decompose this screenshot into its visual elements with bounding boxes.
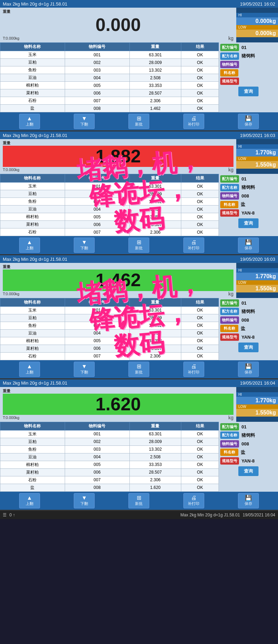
table-cell: 豆粕 [0, 438, 65, 445]
toolbar-btn-4[interactable]: 💾 保存 [238, 114, 259, 129]
query-btn-1[interactable]: 查询 [238, 87, 259, 96]
table-section-2: 物料名称物料编号重量结果 玉米00163.301OK豆粕00228.009OK鱼… [0, 174, 278, 236]
main-table-3: 物料名称物料编号重量结果 玉米00163.301OK豆粕00228.009OK鱼… [0, 298, 219, 360]
spec-label-3: 规格型号 [220, 333, 239, 341]
table-cell: 002 [65, 190, 129, 198]
table-cell: OK [181, 468, 219, 476]
toolbar-btn-4[interactable]: 💾 保存 [238, 238, 259, 253]
table-cell: 2.306 [129, 228, 181, 236]
col-header: 结果 [181, 422, 219, 430]
header-left-2: Max 2kg Min 20g d=1g J1.58.01 [3, 133, 67, 138]
toolbar-btn-label-1: 下翻 [80, 370, 88, 375]
table-row: 石粉0072.306OK [0, 476, 219, 484]
table-cell: 菜籽粕 [0, 221, 65, 228]
low-label-1: LOW [236, 25, 278, 30]
toolbar-btn-label-1: 下翻 [80, 501, 88, 506]
table-row: 豆粕00228.009OK [0, 314, 219, 322]
toolbar-btn-3[interactable]: 🖨 补打印 [183, 114, 204, 129]
query-btn-4[interactable]: 查询 [238, 466, 259, 476]
toolbar-btn-1[interactable]: ▼ 下翻 [74, 493, 95, 508]
toolbar-btn-label-2: 新批 [135, 122, 143, 127]
toolbar-btn-4[interactable]: 💾 保存 [238, 362, 259, 377]
toolbar-btn-4[interactable]: 💾 保存 [238, 493, 259, 508]
header-bar-4: Max 2kg Min 20g d=1g J1.58.01 19/05/2021… [0, 379, 278, 387]
weight-label-3: 重量 [3, 264, 233, 269]
table-cell: 1.462 [129, 105, 181, 112]
tare-1: T:0.000kg [3, 36, 19, 40]
toolbar-btn-label-4: 保存 [245, 370, 252, 375]
toolbar-btn-3[interactable]: 🖨 补打印 [183, 493, 204, 508]
col-header: 物料编号 [65, 298, 129, 306]
toolbar-btn-1[interactable]: ▼ 下翻 [74, 362, 95, 377]
toolbar-btn-2[interactable]: ⊞ 新批 [128, 114, 149, 129]
table-cell: 菜籽粕 [0, 468, 65, 476]
toolbar-btn-3[interactable]: 🖨 补打印 [183, 238, 204, 253]
data-table-3: 物料名称物料编号重量结果 玉米00163.301OK豆粕00228.009OK鱼… [0, 298, 219, 360]
table-cell: 33.353 [129, 82, 181, 89]
table-cell: 豆油 [0, 329, 65, 337]
spec-row-1: 规格型号 [220, 78, 277, 85]
table-cell: OK [181, 206, 219, 213]
toolbar-btn-label-0: 上翻 [26, 370, 33, 375]
material-id-value-3: 008 [240, 317, 251, 323]
table-cell: 003 [65, 445, 129, 453]
right-panel-1: 配方编号 01 配方名称 猪饲料 物料编号 料名称 [219, 42, 278, 112]
header-right-3: 19/05/2020 16:03 [240, 257, 275, 262]
toolbar-btn-2[interactable]: ⊞ 新批 [128, 238, 149, 253]
header-right-1: 19/05/2021 16:02 [240, 1, 275, 7]
toolbar-btn-icon-4: 💾 [245, 364, 252, 369]
toolbar-btn-icon-2: ⊞ [137, 240, 141, 245]
table-cell: OK [181, 461, 219, 468]
table-cell: 菜籽粕 [0, 89, 65, 97]
query-btn-3[interactable]: 查询 [238, 343, 259, 352]
toolbar-btn-3[interactable]: 🖨 补打印 [183, 362, 204, 377]
status-bar: ☰ 0 ↑ Max 2kg Min 20g d=1g J1.58.01 19/0… [0, 511, 278, 519]
status-header-info: Max 2kg Min 20g d=1g J1.58.01 [180, 513, 240, 517]
toolbar-btn-icon-0: ▲ [27, 495, 32, 501]
table-row: 豆油0042.500OK [0, 206, 219, 213]
weight-display-4: 1.620 [3, 394, 233, 415]
table-cell: 豆油 [0, 453, 65, 461]
formula-name-value-2: 猪饲料 [240, 184, 256, 191]
weight-right-4: HI 1.770kg LOW 1.550kg [236, 387, 278, 422]
toolbar-btn-2[interactable]: ⊞ 新批 [128, 362, 149, 377]
table-header-row: 物料名称物料编号重量结果 [0, 298, 219, 306]
header-left-1: Max 2kg Min 20g d=1g J1.58.01 [3, 1, 67, 7]
toolbar-btn-0[interactable]: ▲ 上翻 [19, 114, 40, 129]
table-cell: 13.302 [129, 445, 181, 453]
toolbar-btn-0[interactable]: ▲ 上翻 [19, 238, 40, 253]
toolbar-btn-icon-4: 💾 [245, 240, 252, 245]
table-cell: 28.009 [129, 59, 181, 66]
weight-area-1: 重量 0.000 T:0.000kg kg HI 0.000kg LOW 0.0… [0, 8, 278, 42]
table-cell: 28.507 [129, 221, 181, 228]
col-header: 物料名称 [0, 298, 65, 306]
table-cell: 005 [65, 337, 129, 345]
toolbar-btn-0[interactable]: ▲ 上翻 [19, 493, 40, 508]
table-body-4: 玉米00163.301OK豆粕00228.009OK鱼粉00313.302OK豆… [0, 430, 219, 491]
table-cell: 002 [65, 438, 129, 445]
table-row: 豆油0042.508OK [0, 453, 219, 461]
table-row: 棉籽粕0053.353OK [0, 213, 219, 221]
material-id-row-4: 物料编号 008 [220, 440, 277, 448]
col-header: 重量 [129, 174, 181, 183]
low-value-1: 0.000kg [236, 30, 278, 37]
toolbar-btn-icon-0: ▲ [27, 240, 32, 245]
toolbar-btn-1[interactable]: ▼ 下翻 [74, 238, 95, 253]
toolbar-btn-2[interactable]: ⊞ 新批 [128, 493, 149, 508]
table-cell: 玉米 [0, 51, 65, 59]
toolbar-btn-1[interactable]: ▼ 下翻 [74, 114, 95, 129]
formula-name-label-1: 配方名称 [220, 53, 239, 60]
main-table-2: 物料名称物料编号重量结果 玉米00163.301OK豆粕00228.009OK鱼… [0, 174, 219, 236]
table-section-1: 物料名称物料编号重量结果 玉米00163.301OK豆粕00228.009OK鱼… [0, 42, 278, 112]
spec-label-4: 规格型号 [220, 457, 239, 465]
panel-wrapper-4: Max 2kg Min 20g d=1g J1.58.01 19/05/2021… [0, 379, 278, 511]
table-cell: 石粉 [0, 97, 65, 105]
table-cell: 玉米 [0, 306, 65, 314]
query-btn-2[interactable]: 查询 [238, 218, 259, 228]
table-row: 菜籽粕00628.507OK [0, 89, 219, 97]
table-cell: 盐 [0, 484, 65, 491]
table-cell: 63.301 [129, 51, 181, 59]
table-cell: 004 [65, 206, 129, 213]
main-table-4: 物料名称物料编号重量结果 玉米00163.301OK豆粕00228.009OK鱼… [0, 422, 219, 492]
toolbar-btn-0[interactable]: ▲ 上翻 [19, 362, 40, 377]
